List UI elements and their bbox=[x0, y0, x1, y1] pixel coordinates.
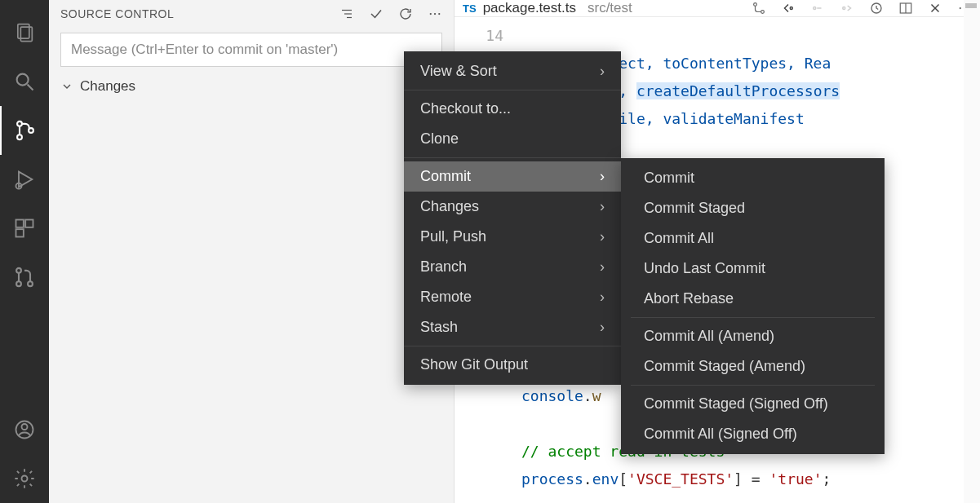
commit-submenu: Commit Commit Staged Commit All Undo Las… bbox=[621, 158, 885, 454]
changes-section[interactable]: Changes bbox=[49, 72, 454, 101]
menu-remote[interactable]: Remote› bbox=[404, 282, 621, 312]
menu-stash[interactable]: Stash› bbox=[404, 312, 621, 342]
svg-rect-10 bbox=[25, 220, 33, 227]
svg-point-13 bbox=[16, 281, 21, 286]
svg-point-24 bbox=[754, 3, 757, 7]
menu-changes[interactable]: Changes› bbox=[404, 192, 621, 222]
svg-point-17 bbox=[22, 476, 28, 482]
svg-point-4 bbox=[17, 121, 22, 126]
svg-point-6 bbox=[29, 128, 33, 133]
menu-checkout[interactable]: Checkout to... bbox=[404, 94, 621, 124]
commit-message-input[interactable] bbox=[60, 33, 442, 67]
svg-point-5 bbox=[17, 135, 22, 139]
editor-tab-bar: TS package.test.ts src/test bbox=[455, 0, 980, 17]
commit-check-icon[interactable] bbox=[369, 7, 384, 21]
extensions-icon[interactable] bbox=[0, 204, 49, 253]
changes-label: Changes bbox=[80, 78, 135, 95]
menu-separator bbox=[404, 346, 621, 346]
chevron-right-icon: › bbox=[600, 289, 605, 306]
editor-actions bbox=[752, 1, 972, 15]
svg-point-26 bbox=[790, 7, 792, 10]
prev-change-icon[interactable] bbox=[781, 1, 796, 15]
svg-point-25 bbox=[761, 11, 765, 14]
svg-point-27 bbox=[814, 7, 816, 10]
activity-bar bbox=[0, 0, 49, 503]
compare-icon[interactable] bbox=[752, 1, 766, 15]
tab-filename: package.test.ts bbox=[483, 0, 576, 16]
chevron-right-icon: › bbox=[600, 258, 605, 276]
svg-point-35 bbox=[960, 7, 961, 9]
svg-rect-9 bbox=[16, 220, 24, 227]
submenu-commit-all[interactable]: Commit All bbox=[621, 223, 885, 254]
accounts-icon[interactable] bbox=[0, 405, 49, 454]
menu-view-sort[interactable]: View & Sort› bbox=[404, 56, 621, 86]
chevron-right-icon: › bbox=[600, 63, 605, 80]
source-control-panel: SOURCE CONTROL Changes bbox=[49, 0, 455, 503]
menu-separator bbox=[631, 385, 875, 386]
chevron-right-icon: › bbox=[600, 228, 605, 245]
git-pr-icon[interactable] bbox=[0, 253, 49, 302]
submenu-commit-staged-signed[interactable]: Commit Staged (Signed Off) bbox=[621, 389, 885, 419]
menu-separator bbox=[404, 90, 621, 90]
toggle-whitespace-icon[interactable] bbox=[840, 1, 854, 15]
submenu-abort-rebase[interactable]: Abort Rebase bbox=[621, 284, 885, 314]
svg-point-22 bbox=[434, 13, 436, 15]
scm-title: SOURCE CONTROL bbox=[60, 7, 339, 20]
submenu-undo-last[interactable]: Undo Last Commit bbox=[621, 254, 885, 284]
menu-separator bbox=[631, 317, 875, 318]
svg-point-29 bbox=[843, 7, 845, 10]
editor-tab[interactable]: TS package.test.ts src/test bbox=[463, 0, 632, 16]
source-control-icon[interactable] bbox=[0, 106, 49, 155]
svg-point-14 bbox=[28, 281, 33, 286]
svg-point-12 bbox=[16, 268, 21, 273]
split-editor-icon[interactable] bbox=[898, 1, 913, 15]
scm-context-menu: View & Sort› Checkout to... Clone Commit… bbox=[404, 51, 621, 385]
menu-branch[interactable]: Branch› bbox=[404, 252, 621, 282]
svg-line-3 bbox=[28, 85, 33, 90]
scm-header: SOURCE CONTROL bbox=[49, 0, 454, 28]
submenu-commit-staged[interactable]: Commit Staged bbox=[621, 193, 885, 223]
minimap[interactable] bbox=[964, 0, 980, 503]
chevron-right-icon: › bbox=[600, 168, 605, 185]
chevron-right-icon: › bbox=[600, 319, 605, 336]
menu-commit[interactable]: Commit› bbox=[404, 161, 621, 192]
svg-point-23 bbox=[438, 13, 440, 15]
explorer-icon[interactable] bbox=[0, 8, 49, 57]
svg-point-21 bbox=[430, 13, 432, 15]
submenu-commit-staged-amend[interactable]: Commit Staged (Amend) bbox=[621, 351, 885, 382]
more-actions-icon[interactable] bbox=[428, 7, 442, 21]
scm-actions bbox=[339, 7, 442, 21]
svg-rect-11 bbox=[16, 229, 24, 236]
submenu-commit-all-signed[interactable]: Commit All (Signed Off) bbox=[621, 419, 885, 449]
toggle-inline-icon[interactable] bbox=[869, 1, 884, 15]
chevron-right-icon: › bbox=[600, 198, 605, 215]
next-diff-icon[interactable] bbox=[810, 1, 825, 15]
menu-show-output[interactable]: Show Git Output bbox=[404, 350, 621, 380]
chevron-down-icon bbox=[60, 80, 73, 93]
submenu-commit-all-amend[interactable]: Commit All (Amend) bbox=[621, 321, 885, 351]
menu-pull-push[interactable]: Pull, Push› bbox=[404, 222, 621, 252]
close-tab-icon[interactable] bbox=[928, 1, 942, 15]
view-as-tree-icon[interactable] bbox=[339, 7, 354, 21]
submenu-commit[interactable]: Commit bbox=[621, 163, 885, 193]
search-icon[interactable] bbox=[0, 57, 49, 106]
tab-path: src/test bbox=[588, 0, 632, 16]
svg-point-2 bbox=[17, 74, 29, 86]
menu-clone[interactable]: Clone bbox=[404, 124, 621, 154]
commit-message-container bbox=[60, 33, 442, 67]
settings-gear-icon[interactable] bbox=[0, 454, 49, 503]
svg-point-16 bbox=[22, 424, 28, 430]
menu-separator bbox=[404, 157, 621, 158]
run-debug-icon[interactable] bbox=[0, 155, 49, 204]
ts-file-icon: TS bbox=[463, 2, 477, 15]
refresh-icon[interactable] bbox=[398, 7, 413, 21]
